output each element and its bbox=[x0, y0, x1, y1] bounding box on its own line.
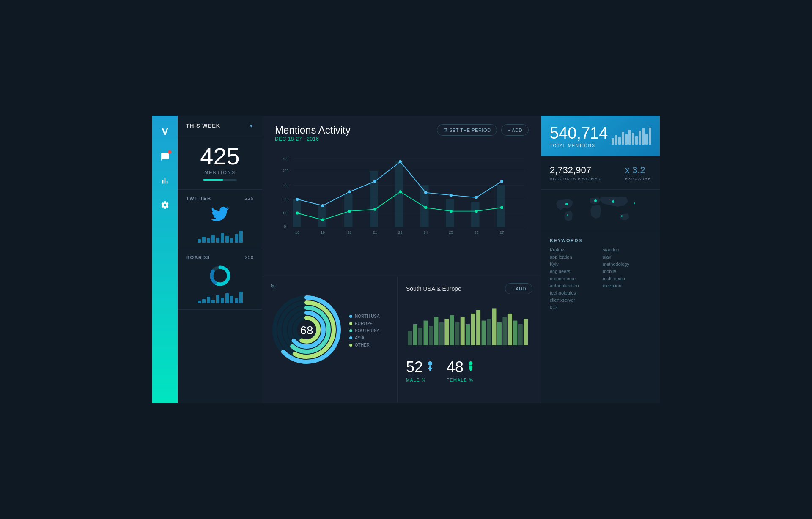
total-mentions-box: 540,714 TOTAL MENTIONS bbox=[541, 116, 660, 156]
exposure-label: EXPOSURE bbox=[625, 177, 651, 181]
svg-text:400: 400 bbox=[283, 169, 289, 173]
mentions-widget: 425 MENTIONS bbox=[178, 136, 262, 190]
keywords-section: KEYWORDS Krakow standup application ajax… bbox=[541, 232, 660, 403]
bar-section: South USA & Europe + ADD bbox=[398, 276, 541, 403]
svg-rect-66 bbox=[434, 317, 438, 345]
svg-rect-73 bbox=[471, 314, 475, 345]
keyword-engineers[interactable]: engineers bbox=[550, 269, 598, 274]
gender-section: 52 MALE % 48 bbox=[406, 358, 532, 382]
accounts-reached-label: ACCOUNTS REACHED bbox=[550, 177, 601, 181]
svg-point-48 bbox=[450, 210, 453, 213]
legend-other: OTHER bbox=[349, 343, 380, 347]
chart-buttons: ⊞ SET THE PERIOD + ADD bbox=[437, 124, 529, 136]
svg-rect-64 bbox=[424, 321, 428, 345]
donut-chart-area: 68 NORTH USA EUROPE SOUTH bbox=[271, 294, 389, 367]
svg-rect-32 bbox=[497, 185, 505, 227]
svg-point-50 bbox=[500, 206, 503, 209]
legend-label-asia: ASIA bbox=[355, 336, 365, 340]
svg-rect-72 bbox=[466, 324, 470, 345]
keyword-ios[interactable]: iOS bbox=[550, 305, 598, 310]
legend-label-other: OTHER bbox=[355, 343, 370, 347]
svg-rect-83 bbox=[524, 319, 528, 345]
line-chart: 500 400 300 200 100 0 18 19 20 21 22 2 bbox=[275, 148, 529, 241]
keyword-multimedia[interactable]: multimedia bbox=[603, 276, 651, 281]
svg-rect-61 bbox=[408, 331, 412, 345]
boards-mini-chart bbox=[186, 291, 254, 303]
svg-text:26: 26 bbox=[475, 230, 479, 235]
boards-count: 200 bbox=[245, 255, 254, 260]
male-stat: 52 MALE % bbox=[406, 358, 434, 382]
svg-point-94 bbox=[634, 202, 635, 204]
svg-rect-82 bbox=[518, 324, 523, 345]
chat-icon[interactable] bbox=[160, 152, 170, 164]
svg-text:27: 27 bbox=[500, 230, 504, 235]
female-label: FEMALE % bbox=[447, 378, 475, 382]
accounts-reached-number: 2,732,907 bbox=[550, 165, 601, 176]
stats-grid: 2,732,907 ACCOUNTS REACHED x 3.2 EXPOSUR… bbox=[541, 156, 660, 190]
female-icon bbox=[467, 361, 475, 374]
female-number: 48 bbox=[447, 358, 475, 376]
legend-dot-other bbox=[349, 344, 352, 347]
legend-asia: ASIA bbox=[349, 336, 380, 340]
svg-point-49 bbox=[475, 210, 478, 213]
keyword-mobile[interactable]: mobile bbox=[603, 269, 651, 274]
bar-chart-icon[interactable] bbox=[160, 176, 170, 188]
bottom-section: % bbox=[262, 276, 541, 403]
keyword-methodology[interactable]: methodology bbox=[603, 262, 651, 267]
boards-donut bbox=[186, 264, 254, 287]
keyword-krakow[interactable]: Krakow bbox=[550, 247, 598, 252]
set-period-button[interactable]: ⊞ SET THE PERIOD bbox=[437, 124, 497, 136]
svg-point-84 bbox=[428, 361, 432, 366]
accounts-reached-stat: 2,732,907 ACCOUNTS REACHED bbox=[550, 165, 601, 181]
period-label: THIS WEEK bbox=[186, 123, 220, 129]
svg-text:18: 18 bbox=[295, 230, 299, 235]
keyword-kyiv[interactable]: Kyiv bbox=[550, 262, 598, 267]
svg-text:0: 0 bbox=[284, 224, 286, 229]
mentions-progress-bar bbox=[203, 179, 237, 181]
legend-dot-south-usa bbox=[349, 329, 352, 332]
male-number: 52 bbox=[406, 358, 434, 376]
keyword-inception[interactable]: inception bbox=[603, 283, 651, 288]
chart-header: Mentions Activity DEC 18-27 , 2016 ⊞ SET… bbox=[275, 124, 529, 146]
keyword-client-server[interactable]: client-server bbox=[550, 298, 598, 303]
svg-point-42 bbox=[296, 212, 299, 215]
sidebar: V bbox=[152, 116, 178, 403]
exposure-value: x 3.2 bbox=[625, 165, 651, 176]
world-map bbox=[541, 190, 660, 232]
logo[interactable]: V bbox=[157, 124, 173, 139]
settings-icon[interactable] bbox=[160, 200, 170, 212]
boards-widget: BOARDS 200 bbox=[178, 249, 262, 310]
legend-north-usa: NORTH USA bbox=[349, 314, 380, 319]
svg-text:22: 22 bbox=[398, 230, 403, 235]
legend-europe: EUROPE bbox=[349, 321, 380, 326]
svg-rect-71 bbox=[461, 317, 465, 345]
keyword-ajax[interactable]: ajax bbox=[603, 254, 651, 260]
svg-rect-31 bbox=[471, 202, 479, 227]
svg-rect-27 bbox=[370, 171, 378, 227]
donut-chart: 68 bbox=[271, 294, 343, 367]
chart-title: Mentions Activity bbox=[275, 124, 351, 136]
twitter-label: TWITTER bbox=[186, 196, 211, 201]
male-icon bbox=[426, 361, 434, 374]
keyword-technologies[interactable]: technologies bbox=[550, 290, 598, 295]
twitter-mini-chart bbox=[186, 230, 254, 243]
keywords-grid: Krakow standup application ajax Kyiv met… bbox=[550, 247, 651, 310]
bar-add-button[interactable]: + ADD bbox=[505, 283, 532, 294]
keyword-ecommerce[interactable]: e-commerce bbox=[550, 276, 598, 281]
keyword-application[interactable]: application bbox=[550, 254, 598, 260]
period-selector[interactable]: THIS WEEK ▼ bbox=[178, 116, 262, 136]
svg-rect-67 bbox=[439, 322, 444, 345]
svg-text:19: 19 bbox=[321, 230, 325, 235]
bar-chart-svg bbox=[406, 298, 532, 353]
svg-point-90 bbox=[594, 199, 597, 202]
svg-text:200: 200 bbox=[283, 197, 289, 201]
add-button[interactable]: + ADD bbox=[501, 124, 529, 136]
total-mentions-number: 540,714 bbox=[550, 124, 608, 142]
notification-badge bbox=[168, 150, 171, 154]
keyword-standup[interactable]: standup bbox=[603, 247, 651, 252]
female-stat: 48 FEMALE % bbox=[447, 358, 475, 382]
keyword-authentication[interactable]: authentication bbox=[550, 283, 598, 288]
svg-rect-78 bbox=[497, 322, 502, 345]
mentions-number: 425 bbox=[186, 145, 254, 168]
svg-text:21: 21 bbox=[373, 230, 377, 235]
